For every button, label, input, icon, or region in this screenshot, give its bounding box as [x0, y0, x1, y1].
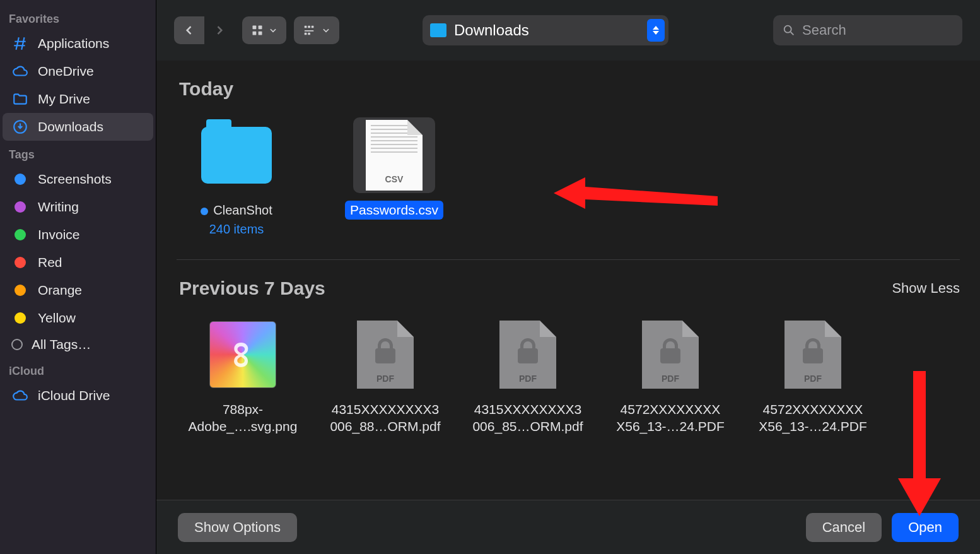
sidebar-item-label: iCloud Drive — [38, 388, 110, 403]
sidebar-item-downloads[interactable]: Downloads — [3, 113, 153, 141]
svg-rect-7 — [312, 26, 314, 28]
search-icon — [782, 23, 796, 37]
sidebar-tag-orange[interactable]: Orange — [3, 276, 153, 304]
grid-icon — [251, 24, 264, 37]
csv-file-icon: CSV — [366, 120, 423, 191]
group-today-items: CleanShot 240 items CSV Passwords.csv — [177, 105, 960, 242]
group-icon — [303, 23, 317, 37]
locked-pdf-icon: PDF — [499, 321, 556, 389]
sidebar: Favorites Applications OneDrive My Drive… — [0, 0, 156, 554]
sidebar-section-favorites-title: Favorites — [0, 5, 156, 30]
file-item-pdf[interactable]: PDF 4572XXXXXXXXX56_13-…24.PDF — [747, 317, 879, 436]
group-prev7-items: ∞ 788px-Adobe_….svg.png PDF 4315XXXXXXXX… — [177, 304, 960, 441]
file-label: 788px-Adobe_….svg.png — [184, 400, 303, 436]
sidebar-tag-red[interactable]: Red — [3, 249, 153, 276]
file-label: Passwords.csv — [345, 201, 443, 220]
sidebar-item-label: Applications — [38, 36, 109, 51]
sidebar-tag-writing[interactable]: Writing — [3, 193, 153, 221]
svg-rect-8 — [305, 30, 314, 32]
file-item-pdf[interactable]: PDF 4572XXXXXXXXX56_13-…24.PDF — [604, 317, 737, 436]
sidebar-item-label: Orange — [38, 283, 82, 298]
chevron-down-icon — [269, 26, 277, 35]
adobe-cc-icon: ∞ — [209, 321, 276, 388]
file-label: CleanShot — [195, 201, 277, 220]
file-label: 4315XXXXXXXX3006_88…ORM.pdf — [325, 400, 445, 436]
sidebar-tag-yellow[interactable]: Yellow — [3, 304, 153, 332]
svg-point-11 — [785, 26, 791, 33]
sidebar-tag-screenshots[interactable]: Screenshots — [3, 165, 153, 193]
sidebar-item-label: Yellow — [38, 310, 76, 326]
sidebar-item-label: Invoice — [38, 227, 80, 242]
file-item-folder[interactable]: CleanShot 240 items — [177, 117, 296, 237]
svg-rect-4 — [259, 32, 262, 35]
current-folder-dropdown[interactable]: Downloads — [423, 15, 668, 45]
svg-rect-2 — [259, 26, 262, 30]
tag-dot-icon — [11, 226, 29, 244]
nav-back-button[interactable] — [174, 16, 204, 44]
download-icon — [11, 118, 29, 136]
sidebar-item-label: Writing — [38, 199, 79, 215]
sidebar-tag-invoice[interactable]: Invoice — [3, 221, 153, 249]
file-item-image[interactable]: ∞ 788px-Adobe_….svg.png — [177, 317, 309, 436]
sidebar-section-icloud-title: iCloud — [0, 357, 156, 382]
group-header-today: Today — [177, 61, 960, 105]
tag-dot-icon — [11, 170, 29, 188]
sidebar-item-onedrive[interactable]: OneDrive — [3, 57, 153, 85]
svg-rect-10 — [308, 33, 310, 35]
folder-icon — [430, 23, 446, 37]
show-less-button[interactable]: Show Less — [892, 280, 960, 297]
show-options-button[interactable]: Show Options — [178, 513, 297, 542]
all-tags-icon — [11, 339, 23, 350]
cancel-button[interactable]: Cancel — [806, 513, 882, 542]
search-input[interactable]: Search — [773, 15, 962, 45]
sidebar-section-tags-title: Tags — [0, 141, 156, 165]
view-icon-mode-button[interactable] — [242, 16, 286, 44]
updown-icon — [647, 19, 665, 42]
file-label: 4572XXXXXXXXX56_13-…24.PDF — [611, 400, 730, 436]
locked-pdf-icon: PDF — [357, 321, 414, 389]
sidebar-item-icloud-drive[interactable]: iCloud Drive — [3, 382, 153, 410]
nav-group — [174, 16, 235, 44]
file-sublabel: 240 items — [209, 222, 264, 237]
file-item-pdf[interactable]: PDF 4315XXXXXXXX3006_85…ORM.pdf — [462, 317, 594, 436]
sidebar-item-label: Red — [38, 255, 62, 270]
folder-icon — [11, 90, 29, 108]
cloud-icon — [11, 387, 29, 404]
file-thumbnail: CSV — [353, 117, 435, 193]
sidebar-item-label: Downloads — [38, 119, 103, 134]
tag-dot-icon — [11, 309, 29, 327]
file-label: 4315XXXXXXXX3006_85…ORM.pdf — [467, 400, 588, 436]
sidebar-item-mydrive[interactable]: My Drive — [3, 85, 153, 113]
group-by-button[interactable] — [294, 16, 339, 44]
nav-forward-button[interactable] — [204, 16, 235, 44]
current-folder-label: Downloads — [454, 21, 529, 39]
svg-rect-3 — [253, 32, 257, 35]
group-title: Previous 7 Days — [179, 278, 325, 299]
group-header-prev7: Previous 7 Days Show Less — [177, 260, 960, 304]
sidebar-all-tags[interactable]: All Tags… — [3, 332, 153, 357]
chevron-left-icon — [183, 24, 195, 37]
search-placeholder: Search — [802, 22, 846, 38]
file-thumbnail: PDF — [772, 317, 854, 392]
locked-pdf-icon: PDF — [642, 321, 699, 389]
file-item-pdf[interactable]: PDF 4315XXXXXXXX3006_88…ORM.pdf — [319, 317, 452, 436]
chevron-right-icon — [213, 24, 226, 37]
sidebar-item-label: Screenshots — [38, 172, 112, 187]
svg-rect-1 — [253, 26, 257, 30]
chevron-down-icon — [322, 26, 330, 35]
open-button[interactable]: Open — [892, 513, 959, 542]
file-thumbnail: PDF — [344, 317, 426, 392]
svg-rect-5 — [305, 26, 307, 28]
apps-icon — [11, 35, 29, 52]
main-pane: Downloads Search Today — [156, 0, 980, 554]
tag-dot-icon — [11, 281, 29, 299]
file-thumbnail: ∞ — [202, 317, 284, 392]
file-label: 4572XXXXXXXXX56_13-…24.PDF — [754, 400, 872, 436]
dialog-footer: Show Options Cancel Open — [156, 500, 980, 554]
svg-rect-9 — [305, 33, 307, 35]
file-browser-content: Today CleanShot 240 items — [156, 61, 980, 500]
folder-thumbnail — [195, 117, 277, 193]
file-item-csv[interactable]: CSV Passwords.csv — [334, 117, 454, 237]
sidebar-item-applications[interactable]: Applications — [3, 30, 153, 57]
tag-dot-icon — [11, 198, 29, 216]
